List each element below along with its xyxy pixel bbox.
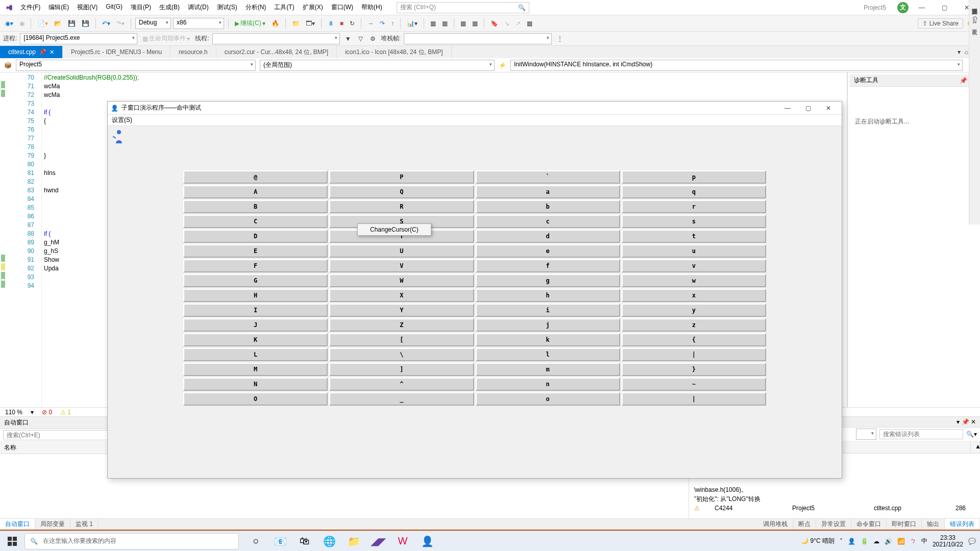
grid-button[interactable]: q xyxy=(622,185,766,198)
git-changes-tab[interactable]: Git 更改 xyxy=(971,16,978,25)
chart-icon[interactable]: 📊▾ xyxy=(405,19,420,28)
pin-icon[interactable]: ▾ 📌 ✕ xyxy=(957,418,976,425)
stop-button[interactable]: ■ xyxy=(338,19,346,28)
menu-item[interactable]: 视图(V) xyxy=(73,1,102,14)
grid-button[interactable]: n xyxy=(476,378,620,391)
menu-item[interactable]: 扩展(X) xyxy=(299,1,327,14)
warning-icon[interactable]: ⚠ 1 xyxy=(60,409,71,416)
undo-button[interactable]: ↶▾ xyxy=(100,19,112,28)
grid-button[interactable]: r xyxy=(622,200,766,213)
bottom-tab[interactable]: 断点 xyxy=(793,519,816,530)
step-into-icon[interactable]: → xyxy=(365,19,376,28)
grid-button[interactable]: N xyxy=(183,378,328,391)
menu-item[interactable]: 文件(F) xyxy=(16,1,44,14)
grid-button[interactable]: a xyxy=(476,185,620,198)
grid-button[interactable]: p xyxy=(622,170,766,184)
menu-item[interactable]: 项目(P) xyxy=(127,1,155,14)
tools-icon[interactable]: 🗔▾ xyxy=(304,19,317,28)
grid-button[interactable]: f xyxy=(476,259,620,272)
edge-icon[interactable]: 🌐 xyxy=(318,531,340,552)
menu-item[interactable]: 测试(S) xyxy=(213,1,241,14)
grid-button[interactable]: Z xyxy=(329,318,474,332)
grid-button[interactable]: X xyxy=(329,289,474,302)
bottom-tab[interactable]: 异常设置 xyxy=(816,519,851,530)
grid-button[interactable]: | xyxy=(622,348,766,361)
tray-chevron-icon[interactable]: ˄ xyxy=(840,538,843,545)
grid-button[interactable]: b xyxy=(476,200,620,213)
grid-button[interactable]: @ xyxy=(183,170,328,184)
grid-button[interactable]: G xyxy=(183,274,328,287)
new-item-button[interactable]: 📄▾ xyxy=(35,19,50,28)
grid-button[interactable]: V xyxy=(329,259,474,272)
save-all-button[interactable]: 💾 xyxy=(80,19,91,28)
ime-icon[interactable]: ㄅ xyxy=(910,537,916,545)
grid-button[interactable]: e xyxy=(476,244,620,258)
grid-button[interactable]: k xyxy=(476,333,620,346)
grid-button[interactable]: [ xyxy=(329,333,474,346)
menu-item[interactable]: Git(G) xyxy=(102,1,127,14)
mail-icon[interactable]: 📧 xyxy=(270,531,291,552)
menu-item[interactable]: 生成(B) xyxy=(155,1,184,14)
grid-button[interactable]: D xyxy=(183,230,328,243)
thread-combo[interactable] xyxy=(212,33,340,44)
bottom-tab[interactable]: 输出 xyxy=(922,519,945,530)
filter2-icon[interactable]: ▽ xyxy=(356,34,365,43)
grid-button[interactable]: z xyxy=(622,318,766,332)
tb-icon-c[interactable]: ▦ xyxy=(458,19,468,28)
grid-button[interactable]: s xyxy=(622,215,766,228)
bottom-tab[interactable]: 局部变量 xyxy=(35,519,70,530)
search-box[interactable]: 搜索 (Ctrl+Q) 🔍 xyxy=(397,2,529,13)
continue-button[interactable]: ▶ 继续(C) ▾ xyxy=(233,18,267,29)
grid-button[interactable]: d xyxy=(476,230,620,243)
grid-button[interactable]: B xyxy=(183,200,328,213)
grid-button[interactable]: { xyxy=(622,333,766,346)
grid-button[interactable]: } xyxy=(622,363,766,376)
child-minimize-button[interactable]: — xyxy=(777,102,798,114)
vs-icon[interactable]: ◢◤ xyxy=(368,531,389,552)
menu-item[interactable]: 编辑(E) xyxy=(44,1,73,14)
grid-button[interactable]: U xyxy=(329,244,474,258)
grid-button[interactable]: t xyxy=(622,230,766,243)
open-button[interactable]: 📂 xyxy=(52,19,64,28)
bottom-tab[interactable]: 调用堆栈 xyxy=(758,519,793,530)
grid-button[interactable]: W xyxy=(329,274,474,287)
bottom-tab[interactable]: 命令窗口 xyxy=(851,519,887,530)
grid-button[interactable]: u xyxy=(622,244,766,258)
cortana-icon[interactable]: ○ xyxy=(245,531,266,552)
grid-button[interactable]: J xyxy=(183,318,328,332)
document-tab[interactable]: icon1.ico - Icon [48x48, 24 位, BMP] xyxy=(337,46,451,58)
menu-item[interactable]: 调试(D) xyxy=(184,1,213,14)
grid-button[interactable]: O xyxy=(183,392,328,406)
grid-button[interactable]: c xyxy=(476,215,620,228)
child-close-button[interactable]: ✕ xyxy=(818,102,839,114)
grid-button[interactable]: g xyxy=(476,274,620,287)
grid-button[interactable]: P xyxy=(329,170,474,184)
input-icon[interactable]: 中 xyxy=(921,537,927,545)
grid-button[interactable]: o xyxy=(476,392,620,406)
restart-button[interactable]: ↻ xyxy=(348,19,357,28)
grid-button[interactable]: F xyxy=(183,259,328,272)
grid-button[interactable]: ` xyxy=(476,170,620,184)
tb-icon-g[interactable]: ▦ xyxy=(525,19,534,28)
minimize-button[interactable]: — xyxy=(913,1,931,14)
menu-item[interactable]: 工具(T) xyxy=(270,1,298,14)
grid-button[interactable]: m xyxy=(476,363,620,376)
grid-button[interactable]: ^ xyxy=(329,378,474,391)
child-maximize-button[interactable]: ▢ xyxy=(798,102,818,114)
taskbar-search[interactable]: 🔍 在这里输入你要搜索的内容 xyxy=(24,533,239,549)
errlist-filter-combo[interactable] xyxy=(856,429,876,440)
network-icon[interactable]: 📶 xyxy=(897,538,905,545)
document-tab[interactable]: resource.h xyxy=(170,46,216,58)
volume-icon[interactable]: 🔊 xyxy=(885,538,892,545)
grid-button[interactable]: I xyxy=(183,304,328,317)
stackframe-combo[interactable] xyxy=(404,33,552,44)
running-app-icon[interactable]: 👤 xyxy=(416,531,438,552)
close-icon[interactable]: ✕ xyxy=(50,49,54,56)
project-scope-combo[interactable]: Project5 xyxy=(16,60,256,71)
grid-button[interactable]: | xyxy=(622,392,766,406)
lifecycle-button[interactable]: ▦ 生命周期事件 ▾ xyxy=(140,33,192,44)
thread-icon[interactable]: ⚙ xyxy=(368,34,378,43)
grid-button[interactable]: w xyxy=(622,274,766,287)
bottom-tab[interactable]: 错误列表 xyxy=(945,519,980,530)
tb-icon-d[interactable]: ▦ xyxy=(470,19,480,28)
